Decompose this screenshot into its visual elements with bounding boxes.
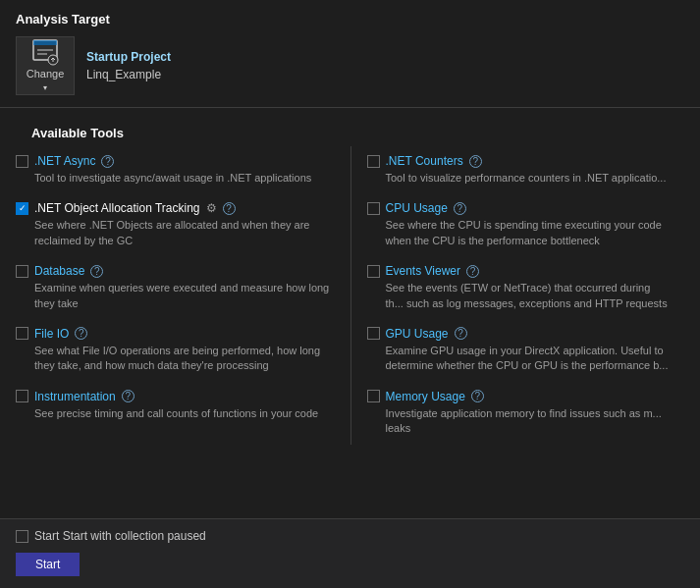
tool-net-object-allocation-help-icon[interactable]: ? bbox=[223, 202, 236, 215]
tool-cpu-usage-header: CPU Usage ? bbox=[367, 201, 670, 215]
svg-rect-1 bbox=[33, 40, 57, 45]
tool-gpu-usage-help-icon[interactable]: ? bbox=[455, 327, 467, 340]
tool-net-counters-help-icon[interactable]: ? bbox=[469, 155, 482, 168]
tool-net-async: .NET Async ? Tool to investigate async/a… bbox=[16, 146, 350, 193]
tool-events-viewer-checkbox[interactable] bbox=[367, 265, 380, 278]
tool-events-viewer: Events Viewer ? See the events (ETW or N… bbox=[350, 256, 685, 319]
tool-net-async-name: .NET Async bbox=[34, 154, 95, 168]
tools-right-column: .NET Counters ? Tool to visualize perfor… bbox=[350, 146, 685, 445]
tool-file-io: File IO ? See what File I/O operations a… bbox=[16, 319, 350, 382]
tool-database-desc: Examine when queries were executed and m… bbox=[16, 281, 335, 311]
collection-paused-label: Start Start with collection paused bbox=[34, 529, 206, 543]
tool-instrumentation: Instrumentation ? See precise timing and… bbox=[16, 382, 350, 429]
tool-memory-usage-desc: Investigate application memory to find i… bbox=[367, 406, 670, 437]
tool-events-viewer-header: Events Viewer ? bbox=[367, 264, 670, 278]
target-icon-image bbox=[31, 38, 59, 66]
tool-net-counters-header: .NET Counters ? bbox=[367, 154, 670, 168]
tool-memory-usage-name: Memory Usage bbox=[386, 390, 465, 403]
tool-net-object-allocation-header: .NET Object Allocation Tracking ⚙ ? bbox=[16, 201, 335, 215]
change-target-arrow: ▾ bbox=[43, 83, 47, 92]
tool-net-async-checkbox[interactable] bbox=[16, 155, 28, 168]
collection-paused-checkbox[interactable] bbox=[16, 530, 28, 543]
collection-paused-label-text: Start with collection paused bbox=[63, 529, 206, 543]
tool-net-async-header: .NET Async ? bbox=[16, 154, 335, 168]
tool-file-io-name: File IO bbox=[34, 327, 69, 341]
tool-database-name: Database bbox=[34, 264, 84, 278]
tool-net-counters-name: .NET Counters bbox=[386, 154, 463, 168]
tool-gpu-usage-desc: Examine GPU usage in your DirectX applic… bbox=[367, 344, 670, 374]
tool-database-help-icon[interactable]: ? bbox=[90, 265, 103, 278]
bottom-section: Start Start with collection paused Start bbox=[0, 518, 700, 588]
tool-cpu-usage: CPU Usage ? See where the CPU is spendin… bbox=[350, 193, 685, 256]
tool-gpu-usage-header: GPU Usage ? bbox=[367, 327, 670, 341]
tool-instrumentation-name: Instrumentation bbox=[34, 390, 116, 403]
tool-net-object-allocation: .NET Object Allocation Tracking ⚙ ? See … bbox=[16, 193, 350, 256]
project-name: Linq_Example bbox=[86, 68, 171, 81]
tool-events-viewer-desc: See the events (ETW or NetTrace) that oc… bbox=[367, 281, 670, 311]
tool-file-io-desc: See what File I/O operations are being p… bbox=[16, 344, 335, 374]
analysis-target-section: Analysis Target Change ▾ bbox=[0, 0, 700, 107]
analysis-target-header: Analysis Target bbox=[16, 12, 684, 27]
tool-cpu-usage-name: CPU Usage bbox=[386, 201, 448, 215]
tool-memory-usage: Memory Usage ? Investigate application m… bbox=[350, 382, 685, 445]
tool-net-object-allocation-desc: See where .NET Objects are allocated and… bbox=[16, 218, 335, 248]
tool-database-checkbox[interactable] bbox=[16, 265, 28, 278]
tool-file-io-help-icon[interactable]: ? bbox=[75, 327, 87, 340]
main-content: Analysis Target Change ▾ bbox=[0, 0, 700, 523]
tool-net-async-desc: Tool to investigate async/await usage in… bbox=[16, 171, 335, 186]
tool-net-object-allocation-checkbox[interactable] bbox=[16, 202, 28, 215]
change-target-label: Change ▾ bbox=[27, 68, 65, 93]
tool-memory-usage-help-icon[interactable]: ? bbox=[471, 390, 484, 402]
tool-net-async-help-icon[interactable]: ? bbox=[101, 155, 114, 168]
tool-memory-usage-header: Memory Usage ? bbox=[367, 390, 670, 403]
project-type-label: Startup Project bbox=[86, 50, 171, 64]
tool-net-counters-checkbox[interactable] bbox=[367, 155, 380, 168]
gear-icon[interactable]: ⚙ bbox=[206, 201, 217, 215]
collection-paused-row: Start Start with collection paused bbox=[16, 529, 684, 543]
tool-net-counters-desc: Tool to visualize performance counters i… bbox=[367, 171, 670, 186]
start-button[interactable]: Start bbox=[16, 553, 80, 576]
tool-gpu-usage-checkbox[interactable] bbox=[367, 327, 380, 340]
tools-left-column: .NET Async ? Tool to investigate async/a… bbox=[16, 146, 350, 445]
tool-gpu-usage-name: GPU Usage bbox=[386, 327, 449, 341]
tools-grid: .NET Async ? Tool to investigate async/a… bbox=[16, 146, 684, 445]
tool-gpu-usage: GPU Usage ? Examine GPU usage in your Di… bbox=[350, 319, 685, 382]
tool-database: Database ? Examine when queries were exe… bbox=[16, 256, 350, 319]
available-tools-title: Available Tools bbox=[16, 116, 684, 146]
tool-events-viewer-name: Events Viewer bbox=[386, 264, 460, 278]
tool-instrumentation-header: Instrumentation ? bbox=[16, 390, 335, 403]
tool-net-counters: .NET Counters ? Tool to visualize perfor… bbox=[350, 146, 685, 193]
tool-instrumentation-help-icon[interactable]: ? bbox=[122, 390, 135, 402]
tool-net-object-allocation-name: .NET Object Allocation Tracking bbox=[34, 201, 200, 215]
tool-database-header: Database ? bbox=[16, 264, 335, 278]
tool-cpu-usage-desc: See where the CPU is spending time execu… bbox=[367, 218, 670, 248]
tool-memory-usage-checkbox[interactable] bbox=[367, 390, 380, 402]
tool-events-viewer-help-icon[interactable]: ? bbox=[466, 265, 479, 278]
change-target-button[interactable]: Change ▾ bbox=[16, 36, 75, 95]
target-row: Change ▾ Startup Project Linq_Example bbox=[16, 36, 684, 95]
page-wrapper: Analysis Target Change ▾ bbox=[0, 0, 700, 588]
target-info: Startup Project Linq_Example bbox=[86, 50, 171, 81]
tool-file-io-checkbox[interactable] bbox=[16, 327, 28, 340]
tool-instrumentation-desc: See precise timing and call counts of fu… bbox=[16, 406, 335, 421]
tool-cpu-usage-checkbox[interactable] bbox=[367, 202, 380, 215]
available-tools-section: Available Tools .NET Async ? Tool to inv… bbox=[0, 108, 700, 445]
tool-instrumentation-checkbox[interactable] bbox=[16, 390, 28, 402]
tool-file-io-header: File IO ? bbox=[16, 327, 335, 341]
tool-cpu-usage-help-icon[interactable]: ? bbox=[454, 202, 466, 215]
